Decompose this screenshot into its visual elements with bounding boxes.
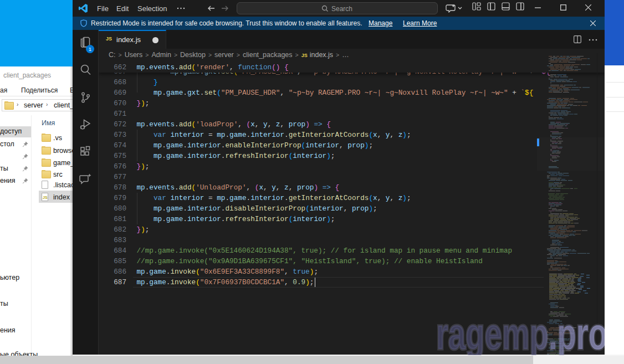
svg-text:ragemp.pro: ragemp.pro: [436, 319, 605, 355]
